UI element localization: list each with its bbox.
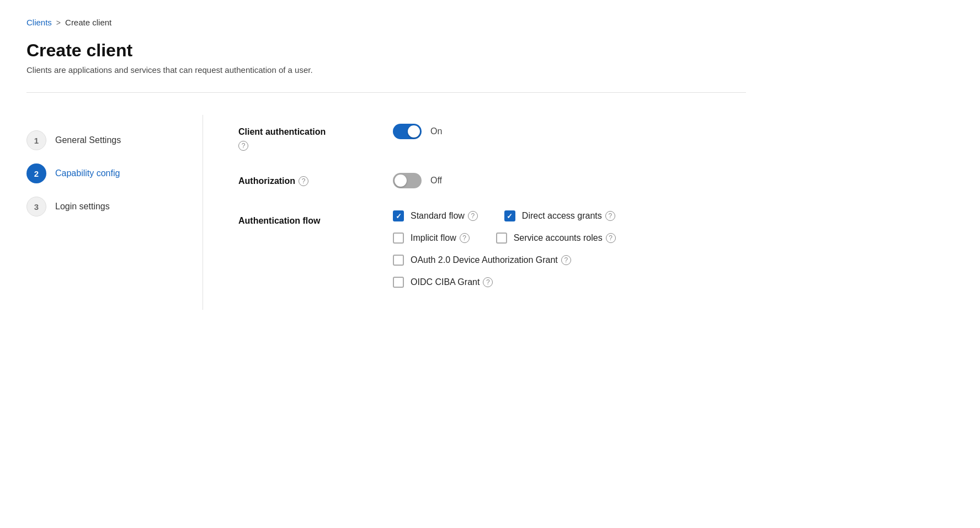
authorization-toggle[interactable]	[393, 173, 422, 188]
authorization-label: Authorization ?	[238, 176, 393, 186]
direct-access-label: Direct access grants ?	[522, 211, 615, 221]
step-2-circle: 2	[26, 163, 46, 183]
implicit-flow-item: Implicit flow ?	[393, 233, 470, 244]
standard-flow-check: ✓	[396, 213, 402, 220]
client-authentication-field: Client authentication ? On	[238, 124, 746, 151]
step-3-login-settings[interactable]: 3 Login settings	[26, 190, 180, 223]
direct-access-help-icon[interactable]: ?	[605, 211, 615, 221]
oauth-device-item: OAuth 2.0 Device Authorization Grant ?	[393, 255, 571, 266]
oidc-ciba-label: OIDC CIBA Grant ?	[411, 277, 493, 287]
service-accounts-help-icon[interactable]: ?	[606, 233, 616, 243]
direct-access-checkbox[interactable]: ✓	[504, 210, 515, 221]
oauth-device-label: OAuth 2.0 Device Authorization Grant ?	[411, 255, 571, 265]
flow-row-4: OIDC CIBA Grant ?	[393, 277, 493, 288]
oidc-ciba-checkbox[interactable]	[393, 277, 404, 288]
authorization-field: Authorization ? Off	[238, 173, 746, 188]
breadcrumb-clients-link[interactable]: Clients	[26, 18, 52, 27]
section-divider	[26, 92, 746, 93]
direct-access-check: ✓	[507, 213, 513, 220]
client-authentication-toggle[interactable]	[393, 124, 422, 139]
authentication-flow-field: Authentication flow ✓ Standard flow ?	[238, 210, 746, 288]
oauth-device-checkbox[interactable]	[393, 255, 404, 266]
service-accounts-item: Service accounts roles ?	[496, 233, 616, 244]
step-3-label: Login settings	[55, 202, 110, 212]
authorization-status: Off	[430, 176, 442, 186]
breadcrumb-separator: >	[56, 18, 61, 27]
authorization-help-icon[interactable]: ?	[299, 176, 308, 186]
step-2-capability-config[interactable]: 2 Capability config	[26, 157, 180, 190]
flow-row-3: OAuth 2.0 Device Authorization Grant ?	[393, 255, 571, 266]
standard-flow-help-icon[interactable]: ?	[468, 211, 478, 221]
direct-access-item: ✓ Direct access grants ?	[504, 210, 615, 221]
implicit-flow-checkbox[interactable]	[393, 233, 404, 244]
page-title: Create client	[26, 40, 746, 61]
authorization-control: Off	[393, 173, 746, 188]
service-accounts-label: Service accounts roles ?	[514, 233, 616, 243]
oauth-device-help-icon[interactable]: ?	[561, 255, 571, 265]
step-1-circle: 1	[26, 130, 46, 150]
oidc-ciba-item: OIDC CIBA Grant ?	[393, 277, 493, 288]
toggle-thumb-off	[395, 175, 407, 187]
client-authentication-control: On	[393, 124, 746, 139]
implicit-flow-help-icon[interactable]: ?	[460, 233, 470, 243]
step-3-circle: 3	[26, 197, 46, 217]
standard-flow-checkbox[interactable]: ✓	[393, 210, 404, 221]
client-authentication-label: Client authentication	[238, 127, 393, 137]
toggle-thumb-on	[408, 125, 420, 138]
step-1-label: General Settings	[55, 135, 121, 145]
flow-row-1: ✓ Standard flow ? ✓	[393, 210, 746, 221]
page-subtitle: Clients are applications and services th…	[26, 65, 746, 75]
authentication-flow-label: Authentication flow	[238, 214, 393, 226]
client-authentication-status: On	[430, 126, 442, 136]
steps-sidebar: 1 General Settings 2 Capability config 3…	[26, 115, 203, 310]
breadcrumb: Clients > Create client	[26, 18, 746, 27]
client-authentication-help-icon[interactable]: ?	[238, 141, 248, 151]
standard-flow-label: Standard flow ?	[411, 211, 478, 221]
oidc-ciba-help-icon[interactable]: ?	[483, 277, 493, 287]
flow-row-2: Implicit flow ? Service accounts roles ?	[393, 233, 746, 244]
service-accounts-checkbox[interactable]	[496, 233, 507, 244]
authentication-flow-control: ✓ Standard flow ? ✓	[393, 210, 746, 288]
implicit-flow-label: Implicit flow ?	[411, 233, 470, 243]
step-2-label: Capability config	[55, 168, 120, 178]
standard-flow-item: ✓ Standard flow ?	[393, 210, 478, 221]
step-1-general-settings[interactable]: 1 General Settings	[26, 124, 180, 157]
content-area: Client authentication ? On	[203, 115, 746, 310]
breadcrumb-current: Create client	[65, 18, 111, 27]
